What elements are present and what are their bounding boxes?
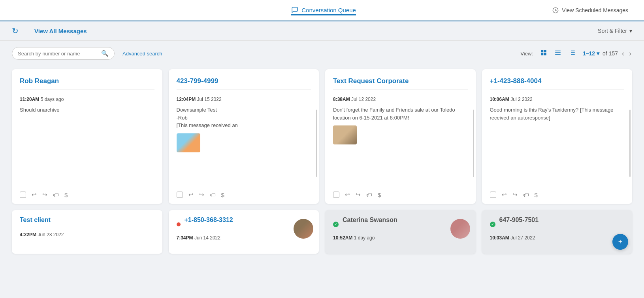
conversation-queue-tab[interactable]: Conversation Queue — [291, 5, 356, 15]
page-range-label: 1–12 — [583, 50, 595, 57]
chevron-down-icon: ▾ — [629, 28, 632, 34]
view-controls: View: 1–12 — [520, 47, 632, 59]
card-checkbox[interactable] — [490, 192, 496, 198]
tag-icon[interactable]: 🏷 — [366, 192, 372, 198]
card-time-value: 7:34PM — [177, 235, 193, 241]
card-checkbox[interactable] — [177, 192, 183, 198]
conversation-card[interactable]: Rob Reagan 11:20AM 5 days ago Should una… — [12, 69, 162, 204]
forward-icon[interactable]: ↪ — [42, 191, 47, 198]
card-time-relative: Jul 15 2022 — [197, 97, 222, 102]
card-name: 423-799-4999 — [177, 77, 311, 89]
card-checkbox[interactable] — [333, 192, 339, 198]
detail-icon — [569, 49, 576, 56]
card-time-value: 4:22PM — [20, 232, 36, 237]
card-header: +1-850-368-3312 — [177, 216, 311, 232]
reply-icon[interactable]: ↩ — [502, 191, 507, 198]
secondary-nav: ↻ View All Messages Sort & Filter ▾ — [0, 21, 644, 41]
grid-icon — [540, 49, 547, 56]
card-time-value: 11:20AM — [20, 97, 39, 102]
clock-icon — [552, 7, 559, 13]
tag-icon[interactable]: 🏷 — [53, 192, 59, 198]
prev-page-button[interactable]: ‹ — [621, 49, 625, 58]
card-time: 10:52AM 1 day ago — [333, 235, 468, 241]
dollar-icon[interactable]: $ — [64, 192, 68, 198]
card-time-value: 10:52AM — [333, 235, 352, 241]
sort-filter-button[interactable]: Sort & Filter ▾ — [598, 28, 632, 34]
search-input[interactable] — [18, 51, 98, 57]
forward-icon[interactable]: ↪ — [199, 191, 204, 198]
card-name: +1-423-888-4004 — [490, 77, 625, 89]
advanced-search-link[interactable]: Advanced search — [122, 51, 162, 57]
card-time-value: 12:04PM — [177, 97, 196, 102]
error-badge — [177, 222, 181, 226]
bottom-cards-grid: Test client 4:22PM Jun 23 2022 +1-850-36… — [0, 210, 644, 260]
card-checkbox[interactable] — [20, 192, 26, 198]
pagination: 1–12 ▾ of 157 ‹ › — [583, 49, 632, 58]
avatar — [450, 219, 470, 239]
dollar-icon[interactable]: $ — [378, 192, 381, 198]
next-page-button[interactable]: › — [628, 49, 632, 58]
scroll-indicator — [473, 110, 474, 177]
total-pages-label: of 157 — [603, 50, 618, 57]
list-view-button[interactable] — [552, 47, 564, 59]
card-message: Downsample Test-Rob[This message receive… — [177, 106, 311, 182]
conversation-card[interactable]: 423-799-4999 12:04PM Jul 15 2022 Downsam… — [169, 69, 319, 204]
reply-icon[interactable]: ↩ — [345, 191, 350, 198]
conversation-card[interactable]: Text Request Corporate 8:38AM Jul 12 202… — [325, 69, 476, 204]
svg-rect-4 — [544, 53, 546, 55]
svg-rect-3 — [541, 53, 543, 55]
view-icon-group — [538, 47, 578, 59]
cards-grid: Rob Reagan 11:20AM 5 days ago Should una… — [0, 63, 644, 210]
conversation-card[interactable]: ✓ 647-905-7501 10:03AM Jul 27 2022 + — [482, 210, 633, 254]
page-range[interactable]: 1–12 ▾ — [583, 50, 599, 57]
compose-button[interactable]: + — [612, 234, 628, 250]
forward-icon[interactable]: ↪ — [512, 191, 518, 198]
check-badge: ✓ — [490, 222, 495, 227]
card-time-value: 8:38AM — [333, 97, 350, 102]
svg-rect-2 — [544, 50, 546, 52]
search-row: 🔍 Advanced search View: — [0, 41, 644, 63]
card-footer: ↩ ↪ 🏷 $ — [490, 187, 625, 198]
card-message: Should unarchive — [20, 106, 154, 182]
card-image — [177, 133, 200, 152]
conversation-queue-label: Conversation Queue — [301, 7, 356, 13]
reply-icon[interactable]: ↩ — [32, 191, 37, 198]
card-name: +1-850-368-3312 — [185, 216, 311, 227]
card-time: 4:22PM Jun 23 2022 — [20, 232, 154, 237]
grid-view-button[interactable] — [538, 47, 550, 59]
view-scheduled-btn[interactable]: View Scheduled Messages — [552, 7, 628, 13]
svg-rect-1 — [541, 50, 543, 52]
scroll-indicator — [629, 110, 631, 177]
card-image — [333, 125, 357, 144]
tag-icon[interactable]: 🏷 — [523, 192, 529, 198]
dollar-icon[interactable]: $ — [221, 192, 224, 198]
search-icon: 🔍 — [101, 50, 109, 57]
dollar-icon[interactable]: $ — [535, 192, 538, 198]
card-time-relative: Jul 27 2022 — [510, 235, 535, 241]
card-message: Good morning is this Ray's Taxidermy? [T… — [490, 106, 625, 182]
card-name: 647-905-7501 — [499, 216, 625, 227]
avatar — [294, 219, 313, 239]
detail-view-button[interactable] — [566, 47, 578, 59]
card-time: 8:38AM Jul 12 2022 — [333, 97, 468, 102]
conversation-card[interactable]: +1-423-888-4004 10:06AM Jul 2 2022 Good … — [482, 69, 633, 204]
conversation-card[interactable]: Test client 4:22PM Jun 23 2022 — [12, 210, 162, 254]
card-time: 12:04PM Jul 15 2022 — [177, 97, 311, 102]
conversation-card[interactable]: +1-850-368-3312 7:34PM Jun 14 2022 — [169, 210, 319, 254]
card-name: Rob Reagan — [20, 77, 154, 89]
reply-icon[interactable]: ↩ — [188, 191, 194, 198]
card-time-relative: 1 day ago — [354, 235, 375, 241]
card-time-relative: Jul 12 2022 — [351, 97, 376, 102]
conversation-card[interactable]: ✓ Caterina Swanson 10:52AM 1 day ago — [325, 210, 476, 254]
card-header: ✓ 647-905-7501 — [490, 216, 625, 232]
card-time: 7:34PM Jun 14 2022 — [177, 235, 311, 241]
card-time-value: 10:03AM — [490, 235, 509, 241]
tag-icon[interactable]: 🏷 — [210, 192, 216, 198]
page-range-dropdown-icon[interactable]: ▾ — [597, 50, 599, 57]
card-time-value: 10:06AM — [490, 97, 509, 102]
view-all-messages-button[interactable]: View All Messages — [34, 28, 87, 34]
search-box[interactable]: 🔍 — [12, 47, 115, 60]
forward-icon[interactable]: ↪ — [356, 191, 361, 198]
card-time: 10:06AM Jul 2 2022 — [490, 97, 625, 102]
refresh-button[interactable]: ↻ — [12, 26, 19, 36]
